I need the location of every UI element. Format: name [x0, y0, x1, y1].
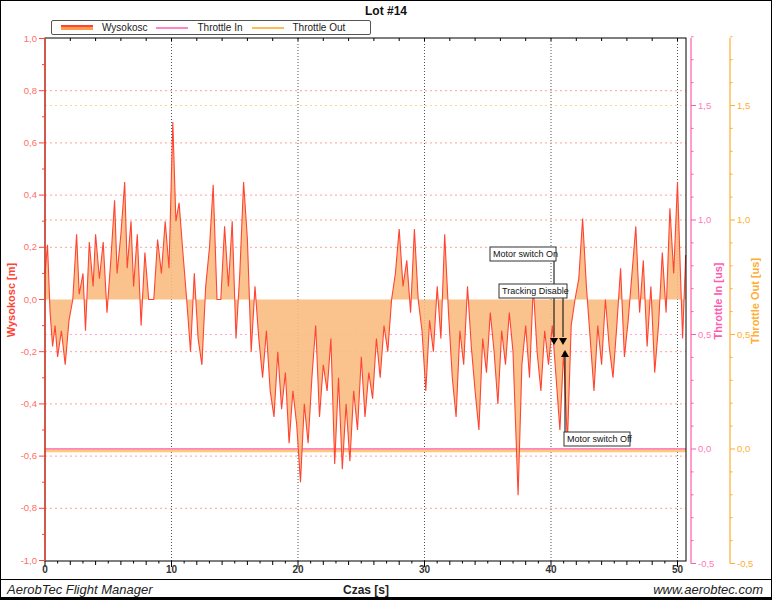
- svg-text:40: 40: [545, 564, 557, 575]
- x-axis-title: Czas [s]: [331, 583, 401, 597]
- svg-text:1,0: 1,0: [737, 214, 750, 225]
- svg-text:0,4: 0,4: [24, 189, 37, 200]
- svg-text:-1,0: -1,0: [21, 555, 37, 566]
- svg-text:-0,4: -0,4: [21, 398, 37, 409]
- svg-text:1,5: 1,5: [698, 100, 711, 111]
- svg-text:20: 20: [292, 564, 304, 575]
- svg-text:-0,2: -0,2: [21, 346, 37, 357]
- svg-text:1,0: 1,0: [24, 33, 37, 44]
- svg-text:0,0: 0,0: [737, 443, 750, 454]
- svg-text:1,5: 1,5: [737, 100, 750, 111]
- annotation-label: Motor switch On: [493, 249, 558, 259]
- svg-text:Throttle In [us]: Throttle In [us]: [712, 262, 724, 339]
- svg-text:-0,5: -0,5: [698, 558, 714, 569]
- svg-text:0,6: 0,6: [24, 137, 37, 148]
- annotation-label: Motor switch Off: [567, 434, 632, 444]
- svg-text:0,0: 0,0: [698, 443, 711, 454]
- svg-text:0: 0: [42, 564, 48, 575]
- svg-text:Wysokosc [m]: Wysokosc [m]: [5, 262, 17, 337]
- svg-text:-0,5: -0,5: [737, 558, 753, 569]
- svg-text:1,0: 1,0: [698, 214, 711, 225]
- svg-text:50: 50: [672, 564, 684, 575]
- svg-text:30: 30: [419, 564, 431, 575]
- app-name-text: AerobTec Flight Manager: [7, 582, 153, 597]
- flight-manager-chart-window: Lot #14 Wysokosc Throttle In Throttle Ou…: [0, 0, 772, 600]
- svg-text:10: 10: [166, 564, 178, 575]
- footer-divider: [1, 579, 772, 580]
- svg-text:-0,6: -0,6: [21, 450, 37, 461]
- svg-text:0,2: 0,2: [24, 241, 37, 252]
- chart-canvas: Motor switch OnTracking DisableMotor swi…: [1, 1, 772, 600]
- svg-text:Throttle Out [us]: Throttle Out [us]: [749, 258, 761, 344]
- website-text: www.aerobtec.com: [653, 582, 763, 597]
- svg-text:-0,8: -0,8: [21, 502, 37, 513]
- svg-text:0,8: 0,8: [24, 85, 37, 96]
- annotation-label: Tracking Disable: [502, 286, 569, 296]
- svg-text:0,0: 0,0: [24, 294, 37, 305]
- svg-text:0,5: 0,5: [698, 329, 711, 340]
